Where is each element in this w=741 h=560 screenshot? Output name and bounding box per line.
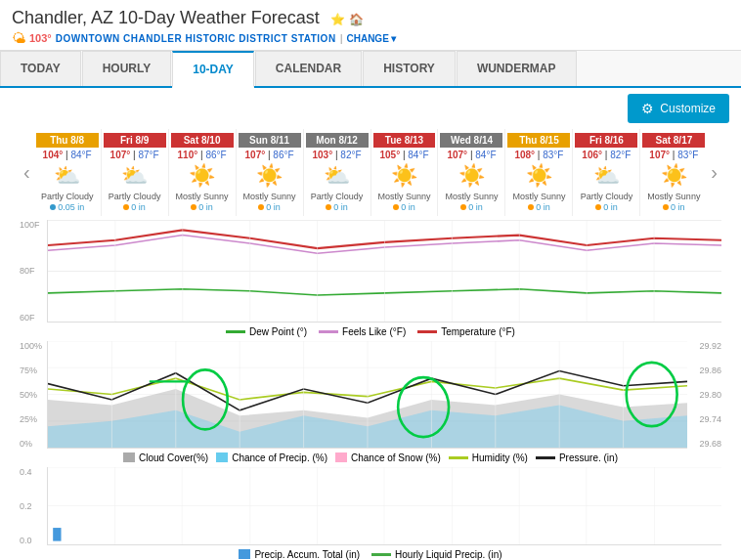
condition-label: Mostly Sunny	[440, 192, 502, 202]
precip-info: 0 in	[306, 202, 369, 212]
legend-pressure: Pressure. (in)	[536, 452, 618, 463]
precip-chart-wrapper: 100% 75% 50% 25% 0% 29.92 29.86 29.80 29…	[0, 341, 741, 467]
nav-tabs: TODAY HOURLY 10-DAY CALENDAR HISTORY WUN…	[0, 51, 741, 88]
day-temps: 107° | 86°F	[239, 150, 301, 160]
high-temp: 105°	[379, 150, 400, 160]
day-header: Mon 8/12	[306, 133, 369, 148]
day-header: Thu 8/8	[36, 133, 99, 148]
condition-label: Partly Cloudy	[104, 192, 166, 202]
day-temps: 107° | 83°F	[642, 150, 705, 160]
current-temp: 103°	[29, 32, 52, 44]
day-col[interactable]: Sat 8/10 110° | 86°F ☀️ Mostly Sunny 0 i…	[169, 129, 237, 216]
tab-history[interactable]: HISTORY	[363, 51, 456, 86]
precip-accum-color	[239, 549, 250, 559]
low-temp: 84°F	[408, 150, 428, 160]
separator: |	[340, 32, 343, 44]
snow-label: Chance of Snow (%)	[351, 452, 441, 463]
change-link[interactable]: CHANGE ▾	[346, 33, 395, 44]
low-temp: 87°F	[138, 150, 158, 160]
temp-chart-area	[47, 220, 721, 323]
gear-icon: ⚙	[641, 101, 654, 116]
day-col[interactable]: Sun 8/11 107° | 86°F ☀️ Mostly Sunny 0 i…	[237, 129, 304, 216]
low-temp: 86°F	[205, 150, 226, 160]
weather-icon: ⛅	[104, 163, 166, 189]
pressure-color	[536, 456, 555, 459]
days-container: Thu 8/8 104° | 84°F ⛅ Partly Cloudy 0.05…	[34, 129, 708, 216]
condition-label: Mostly Sunny	[239, 192, 301, 202]
accum-chart-wrapper: 0.4 0.2 0.0	[0, 467, 741, 560]
high-temp: 110°	[178, 150, 198, 160]
temp-label: Temperature (°F)	[441, 326, 515, 337]
precip-info: 0 in	[171, 202, 234, 212]
tab-wundermap[interactable]: WUNDERMAP	[457, 51, 577, 86]
legend-precip-accum: Precip. Accum. Total (in)	[239, 549, 360, 560]
prev-arrow[interactable]: ‹	[20, 161, 34, 184]
condition-label: Mostly Sunny	[642, 192, 705, 202]
accum-chart: 0.4 0.2 0.0	[20, 467, 721, 545]
temp-color	[417, 330, 437, 333]
weather-icon: ☀️	[373, 163, 436, 189]
legend-humid: Humidity (%)	[449, 452, 528, 463]
condition-label: Partly Cloudy	[306, 192, 369, 202]
day-col[interactable]: Sat 8/17 107° | 83°F ☀️ Mostly Sunny 0 i…	[640, 129, 707, 216]
next-arrow[interactable]: ›	[707, 161, 721, 184]
low-temp: 86°F	[273, 150, 293, 160]
day-header: Fri 8/9	[104, 133, 166, 148]
cloud-y-axis: 100% 75% 50% 25% 0%	[20, 341, 47, 449]
condition-label: Mostly Sunny	[507, 192, 570, 202]
feels-label: Feels Like (°F)	[342, 326, 406, 337]
feels-color	[319, 330, 338, 333]
customize-button[interactable]: ⚙ Customize	[628, 94, 729, 123]
day-temps: 107° | 87°F	[104, 150, 166, 160]
temp-chart-legend: Dew Point (°) Feels Like (°F) Temperatur…	[20, 323, 721, 341]
day-col[interactable]: Fri 8/16 106° | 82°F ⛅ Partly Cloudy 0 i…	[573, 129, 640, 216]
accum-y-axis: 0.4 0.2 0.0	[20, 467, 47, 545]
customize-label: Customize	[660, 102, 716, 115]
precip-chance-color	[216, 452, 228, 462]
accum-chart-legend: Precip. Accum. Total (in) Hourly Liquid …	[20, 545, 721, 560]
day-col[interactable]: Thu 8/8 104° | 84°F ⛅ Partly Cloudy 0.05…	[34, 129, 102, 216]
day-temps: 108° | 83°F	[507, 150, 570, 160]
precip-info: 0 in	[642, 202, 705, 212]
precip-info: 0 in	[507, 202, 570, 212]
tab-10day[interactable]: 10-DAY	[172, 51, 254, 88]
dot-icon	[191, 204, 196, 210]
day-col[interactable]: Mon 8/12 103° | 82°F ⛅ Partly Cloudy 0 i…	[304, 129, 371, 216]
cloud-label: Cloud Cover(%)	[139, 452, 208, 463]
day-temps: 107° | 84°F	[440, 150, 502, 160]
low-temp: 83°F	[677, 150, 698, 160]
high-temp: 107°	[245, 150, 266, 160]
dot-icon	[663, 204, 669, 210]
toolbar: ⚙ Customize	[0, 88, 741, 129]
cloud-chart-svg	[48, 341, 687, 448]
day-col[interactable]: Tue 8/13 105° | 84°F ☀️ Mostly Sunny 0 i…	[371, 129, 439, 216]
tab-today[interactable]: TODAY	[0, 51, 81, 86]
dot-icon	[123, 204, 129, 210]
day-col[interactable]: Fri 8/9 107° | 87°F ⛅ Partly Cloudy 0 in	[102, 129, 169, 216]
header-icons: ⭐ 🏠	[330, 13, 363, 26]
temperature-badge: 103°	[29, 32, 52, 44]
precip-info: 0 in	[239, 202, 301, 212]
day-header: Thu 8/15	[507, 133, 570, 148]
weather-icon: ⛅	[36, 163, 99, 189]
condition-label: Partly Cloudy	[575, 192, 637, 202]
cloud-color-box	[123, 452, 135, 462]
header: Chandler, AZ 10-Day Weather Forecast ⭐ 🏠…	[0, 0, 741, 51]
precip-info: 0 in	[575, 202, 637, 212]
weather-icon: ⛅	[306, 163, 369, 189]
condition-label: Mostly Sunny	[171, 192, 234, 202]
weather-icon: ⛅	[575, 163, 637, 189]
day-temps: 110° | 86°F	[171, 150, 234, 160]
high-temp: 103°	[312, 150, 332, 160]
tab-calendar[interactable]: CALENDAR	[255, 51, 362, 86]
day-temps: 103° | 82°F	[306, 150, 369, 160]
legend-feels: Feels Like (°F)	[319, 326, 406, 337]
high-temp: 106°	[582, 150, 602, 160]
day-col[interactable]: Wed 8/14 107° | 84°F ☀️ Mostly Sunny 0 i…	[438, 129, 505, 216]
precip-chance-label: Chance of Precip. (%)	[232, 452, 327, 463]
dot-icon	[528, 204, 534, 210]
tab-hourly[interactable]: HOURLY	[82, 51, 172, 86]
day-col[interactable]: Thu 8/15 108° | 83°F ☀️ Mostly Sunny 0 i…	[505, 129, 573, 216]
dot-icon	[393, 204, 399, 210]
high-temp: 107°	[110, 150, 131, 160]
